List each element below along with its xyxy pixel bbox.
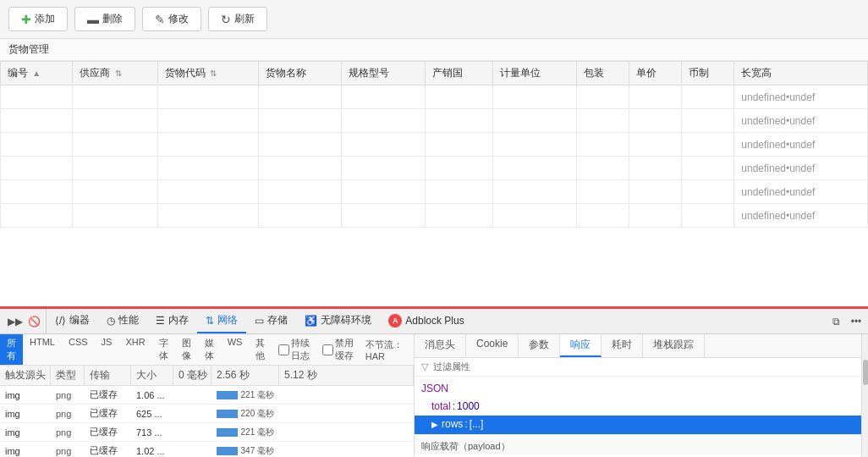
json-rows-row[interactable]: ▶ rows : [...]	[415, 416, 861, 433]
col-currency[interactable]: 币制	[682, 62, 734, 85]
table-cell-2-5	[425, 133, 492, 157]
filter-tab-xhr[interactable]: XHR	[118, 334, 151, 365]
disable-cache-label[interactable]: 禁用缓存	[322, 337, 359, 362]
edit-button[interactable]: ✎ 修改	[142, 7, 201, 31]
persist-log-label[interactable]: 持续日志	[278, 337, 315, 362]
col-price[interactable]: 单价	[629, 62, 681, 85]
persist-log-checkbox[interactable]	[278, 344, 289, 355]
net-size-1: 625 ...	[131, 407, 173, 421]
refresh-icon: ↻	[221, 13, 231, 26]
filter-tab-css[interactable]: CSS	[62, 334, 95, 365]
net-extra-3	[279, 449, 414, 453]
table-cell-1-2	[157, 109, 258, 133]
delete-button[interactable]: ▬ 删除	[74, 7, 135, 31]
filter-tab-other[interactable]: 其他	[249, 334, 272, 365]
tab-network-label: 网络	[217, 313, 238, 328]
filter-tab-ws[interactable]: WS	[221, 334, 250, 365]
table-row[interactable]: undefined•undef	[1, 133, 868, 157]
scroll-thumb[interactable]	[863, 360, 868, 385]
tab-memory[interactable]: ☰ 内存	[147, 309, 197, 333]
refresh-button[interactable]: ↻ 刷新	[208, 7, 267, 31]
net-size-3: 1.02 ...	[131, 444, 173, 458]
tab-performance[interactable]: ◷ 性能	[98, 309, 147, 333]
table-row[interactable]: undefined•undef	[1, 180, 868, 204]
tab-response[interactable]: 响应	[560, 334, 602, 357]
table-cell-1-6	[493, 109, 577, 133]
devtools-options: 持续日志 禁用缓存 不节流：HAR	[272, 337, 414, 362]
net-list-item[interactable]: img png 已缓存 1.02 ... 347 毫秒	[0, 442, 414, 457]
table-cell-2-1	[73, 133, 158, 157]
net-list-item[interactable]: img png 已缓存 713 ... 221 毫秒	[0, 423, 414, 442]
col-package[interactable]: 包装	[576, 62, 629, 85]
table-cell-1-7	[576, 109, 629, 133]
devtools-tab-bar: ▶▶ 🚫 ⟨/⟩ 编器 ◷ 性能 ☰ 内存 ⇅ 网络 ▭ 存储 ♿ 无障碍环境 …	[0, 309, 868, 334]
timeline-bar-3: 347 毫秒	[217, 445, 274, 457]
table-row[interactable]: undefined•undef	[1, 85, 868, 109]
table-row[interactable]: undefined•undef	[1, 157, 868, 180]
sort-icon-cargo-code: ⇅	[210, 69, 217, 78]
net-transfer-0: 已缓存	[85, 387, 131, 403]
col-unit[interactable]: 计量单位	[493, 62, 577, 85]
table-cell-4-2	[157, 180, 258, 204]
filter-tab-js[interactable]: JS	[95, 334, 119, 365]
tab-stack[interactable]: 堆栈跟踪	[643, 334, 705, 357]
net-list-item[interactable]: img png 已缓存 625 ... 220 毫秒	[0, 405, 414, 423]
clear-button[interactable]: 🚫	[25, 313, 42, 330]
tab-cookie[interactable]: Cookie	[466, 334, 519, 357]
table-cell-4-4	[342, 180, 426, 204]
tab-headers[interactable]: 消息头	[415, 334, 466, 357]
col-supplier[interactable]: 供应商 ⇅	[73, 62, 158, 85]
filter-label: 过滤属性	[433, 361, 470, 373]
col-spec[interactable]: 规格型号	[342, 62, 426, 85]
col-origin[interactable]: 产销国	[425, 62, 492, 85]
filter-tab-media[interactable]: 媒体	[198, 334, 221, 365]
tab-accessibility-label: 无障碍环境	[321, 313, 371, 328]
filter-tab-image[interactable]: 图像	[175, 334, 198, 365]
net-list-item[interactable]: img png 已缓存 1.06 ... 221 毫秒	[0, 386, 414, 405]
page-title: 货物管理	[0, 39, 868, 61]
table-row[interactable]: undefined•undef	[1, 204, 868, 228]
bar-segment-1	[217, 410, 238, 418]
tab-storage[interactable]: ▭ 存储	[246, 309, 296, 333]
devtools-body: 所有 HTML CSS JS XHR 字体 图像 媒体 WS 其他 持续日志	[0, 334, 868, 457]
disable-cache-checkbox[interactable]	[322, 344, 333, 355]
tab-accessibility[interactable]: ♿ 无障碍环境	[296, 309, 380, 333]
tab-network[interactable]: ⇅ 网络	[197, 309, 246, 333]
net-size-0: 1.06 ...	[131, 388, 173, 402]
more-button[interactable]: •••	[848, 313, 865, 330]
table-cell-2-9	[682, 133, 734, 157]
net-type-2: png	[51, 426, 85, 439]
copy-button[interactable]: ⧉	[827, 313, 844, 330]
json-expand-icon[interactable]: ▶	[431, 418, 438, 432]
memory-icon: ☰	[156, 315, 165, 327]
table-cell-4-10: undefined•undef	[734, 180, 868, 204]
filter-tab-html[interactable]: HTML	[23, 334, 62, 365]
filter-tab-font[interactable]: 字体	[152, 334, 175, 365]
filter-tab-all[interactable]: 所有	[0, 334, 23, 365]
table-cell-2-10: undefined•undef	[734, 133, 868, 157]
col-id[interactable]: 编号 ▲	[1, 62, 73, 85]
col-transfer: 传输	[85, 366, 131, 385]
scroll-indicator[interactable]	[861, 334, 868, 457]
col-cargo-code[interactable]: 货物代码 ⇅	[157, 62, 258, 85]
json-rows-value: [...]	[470, 416, 484, 432]
table-cell-3-1	[73, 157, 158, 180]
json-total-value: 1000	[457, 399, 480, 415]
table-row[interactable]: undefined•undef	[1, 109, 868, 133]
pause-button[interactable]: ▶▶	[7, 313, 24, 330]
tab-adblock-label: Adblock Plus	[405, 315, 464, 327]
table-cell-3-10: undefined•undef	[734, 157, 868, 180]
col-cargo-name[interactable]: 货物名称	[258, 62, 342, 85]
data-table: 编号 ▲ 供应商 ⇅ 货物代码 ⇅ 货物名称 规格型号 产销国 计量单位 包装 …	[0, 61, 868, 228]
tab-timings[interactable]: 耗时	[602, 334, 643, 357]
tab-editor[interactable]: ⟨/⟩ 编器	[47, 309, 98, 333]
table-cell-1-9	[682, 109, 734, 133]
net-type-1: png	[51, 407, 85, 421]
add-button[interactable]: ✚ 添加	[8, 7, 68, 31]
net-transfer-1: 已缓存	[85, 405, 131, 421]
tab-params[interactable]: 参数	[519, 334, 560, 357]
net-transfer-3: 已缓存	[85, 443, 131, 457]
table-cell-3-8	[629, 157, 681, 180]
col-dimensions[interactable]: 长宽高	[734, 62, 868, 85]
tab-adblock[interactable]: A Adblock Plus	[380, 310, 472, 333]
